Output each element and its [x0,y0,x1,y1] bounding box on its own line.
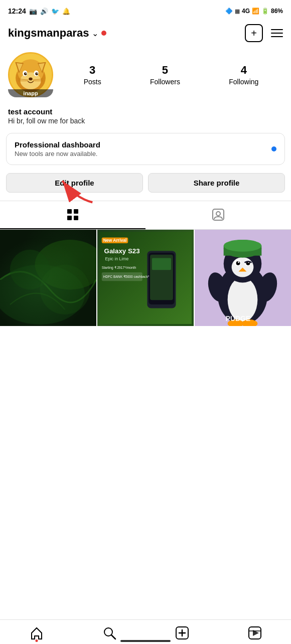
svg-point-25 [216,212,220,216]
hamburger-line-3 [271,36,283,37]
dashboard-card[interactable]: Professional dashboard New tools are now… [6,133,285,165]
bottom-nav [0,619,291,644]
svg-point-12 [26,73,27,74]
red-arrow-annotation [45,177,105,207]
dashboard-text: Professional dashboard New tools are now… [15,140,100,157]
svg-rect-23 [74,216,78,220]
reels-nav-button[interactable] [248,626,262,640]
svg-rect-26 [0,230,96,326]
menu-button[interactable] [271,29,283,37]
svg-rect-36 [152,258,171,270]
wifi-icon: ▦ [235,8,240,15]
tagged-icon [212,208,225,221]
svg-point-11 [35,72,38,75]
online-indicator [101,31,106,36]
svg-text:Starting ₹ 2917*/month: Starting ₹ 2917*/month [102,266,136,270]
tab-tagged[interactable] [145,201,291,229]
post-cell-1[interactable] [0,230,96,326]
bottom-spacer [0,326,291,371]
followers-stat[interactable]: 5 Followers [150,64,180,86]
post-cell-2[interactable]: New Arrival Galaxy S23 Epic in Lime Star… [97,230,194,326]
dashboard-title: Professional dashboard [15,140,100,149]
action-buttons: Edit profile Share profile [0,173,291,201]
svg-point-13 [37,73,38,74]
battery-icon: 🔋 [261,8,269,15]
svg-point-14 [29,78,32,81]
home-nav-button[interactable] [30,626,44,640]
stats-row: 3 Posts 5 Followers 4 Following [59,64,283,86]
add-content-button[interactable]: + [245,24,263,42]
signal-icon: 🔊 [40,8,48,15]
bluetooth-icon: 🔷 [225,8,233,15]
post-cell-3[interactable]: PUDGE [195,230,291,326]
profile-section: inapp 3 Posts 5 Followers 4 Following [0,48,291,105]
home-icon [30,626,44,640]
avatar-container[interactable]: inapp [8,52,53,97]
header: kingsmanparas ⌄ + [0,20,291,48]
create-nav-button[interactable] [175,626,189,640]
status-right: 🔷 ▦ 4G 📶 🔋 86% [225,8,283,15]
svg-text:PUDGE: PUDGE [226,314,250,323]
bio-name: test account [8,107,283,116]
svg-point-54 [238,261,239,263]
tabs-row [0,201,291,230]
svg-point-27 [0,265,85,325]
battery-level: 86% [271,8,283,15]
svg-text:Epic in Lime: Epic in Lime [105,256,128,261]
svg-text:HDFC BANK  ₹5000 cashback*: HDFC BANK ₹5000 cashback* [103,275,150,278]
share-profile-button[interactable]: Share profile [148,173,285,193]
status-left: 12:24 📷 🔊 🐦 🔔 [8,7,70,15]
posts-count: 3 [89,64,95,77]
posts-stat[interactable]: 3 Posts [84,64,101,86]
svg-rect-20 [67,209,72,214]
home-active-dot [35,639,38,642]
svg-point-28 [35,240,96,289]
dashboard-subtitle: New tools are now available. [15,150,100,157]
twitter-icon: 🐦 [51,8,59,15]
posts-grid: New Arrival Galaxy S23 Epic in Lime Star… [0,230,291,326]
posts-label: Posts [84,78,101,86]
status-bar: 12:24 📷 🔊 🐦 🔔 🔷 ▦ 4G 📶 🔋 86% [0,0,291,20]
instagram-icon: 📷 [29,8,37,15]
svg-text:Galaxy S23: Galaxy S23 [104,247,140,255]
network-label: 4G [242,8,250,15]
notification-icon: 🔔 [62,8,70,15]
plus-square-icon [175,626,189,640]
bio-section: test account Hi br, foll ow me for back [0,105,291,133]
bio-text: Hi br, foll ow me for back [8,117,283,125]
nav-home-indicator [120,640,171,642]
svg-text:New Arrival: New Arrival [103,238,127,243]
header-left: kingsmanparas ⌄ [8,27,106,40]
dashboard-indicator-dot [271,146,276,151]
hamburger-line-1 [271,29,283,30]
svg-point-49 [232,257,254,277]
svg-point-29 [10,250,50,290]
avatar-label: inapp [8,89,53,97]
header-right: + [245,24,283,42]
search-icon [102,626,116,640]
time: 12:24 [8,7,26,15]
followers-count: 5 [162,64,168,77]
svg-line-66 [111,635,115,639]
svg-point-59 [224,240,262,252]
following-count: 4 [241,64,247,77]
svg-rect-21 [74,209,78,214]
followers-label: Followers [150,78,180,86]
following-label: Following [229,78,258,86]
svg-rect-22 [67,216,72,220]
following-stat[interactable]: 4 Following [229,64,258,86]
reels-icon [248,626,262,640]
hamburger-line-2 [271,33,283,34]
search-nav-button[interactable] [102,626,116,640]
username-text: kingsmanparas [8,27,89,40]
signal-bars: 📶 [252,8,259,15]
plus-icon: + [251,28,257,38]
svg-point-30 [40,265,90,314]
svg-point-10 [24,72,27,75]
grid-icon [66,208,79,221]
dropdown-arrow-icon[interactable]: ⌄ [92,29,98,38]
